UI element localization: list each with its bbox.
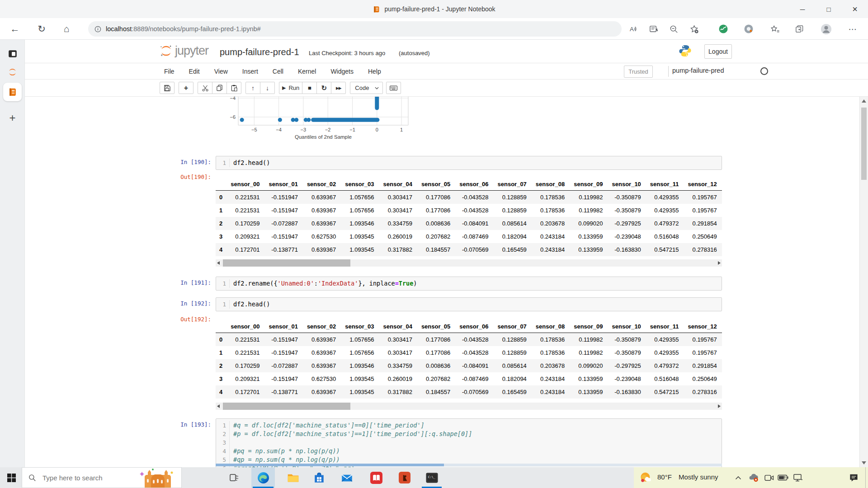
maximize-button[interactable]: □	[818, 0, 839, 18]
plus-icon: +	[184, 84, 188, 92]
chevron-down-icon	[375, 87, 379, 89]
scroll-up-arrow-icon[interactable]	[862, 99, 866, 103]
menu-view[interactable]: View	[207, 63, 235, 80]
profile-app-icon	[399, 472, 410, 483]
tab-actions-button[interactable]	[0, 49, 25, 59]
trusted-badge[interactable]: Trusted	[624, 66, 653, 78]
menu-cell[interactable]: Cell	[265, 63, 291, 80]
taskbar-mail-button[interactable]	[336, 467, 357, 488]
code-input-area[interactable]: 123456 #q = df.loc[df2['machine_status']…	[216, 418, 722, 467]
menu-edit[interactable]: Edit	[182, 63, 207, 80]
scrollbar-thumb[interactable]	[223, 259, 350, 267]
scroll-down-arrow-icon[interactable]	[862, 461, 866, 465]
start-button[interactable]	[1, 467, 22, 488]
favorites-button[interactable]	[767, 18, 783, 40]
code-input-area[interactable]: 1 df2.rename({'Unamed:0':'IndexData'}, i…	[216, 277, 722, 291]
menu-widgets[interactable]: Widgets	[323, 63, 361, 80]
taskbar-store-button[interactable]	[309, 467, 330, 488]
copy-icon	[216, 84, 223, 91]
code-cell-193: In [193]: 123456 #q = df.loc[df2['machin…	[178, 418, 722, 467]
menu-file[interactable]: File	[157, 63, 182, 80]
code-input-area[interactable]: 1 df2.head()	[216, 297, 722, 311]
action-center-button[interactable]	[844, 467, 863, 488]
move-cell-down-button[interactable]: ↓	[260, 82, 275, 94]
collections-button[interactable]	[792, 18, 807, 40]
scrollbar-thumb[interactable]	[216, 464, 444, 466]
svg-text:Quantiles of 2nd Sample: Quantiles of 2nd Sample	[295, 134, 352, 140]
close-button[interactable]: ×	[844, 0, 865, 18]
jupyter-logo[interactable]: jupyter	[159, 44, 208, 58]
browser-menu-button[interactable]: ⋯	[845, 18, 860, 40]
extension-icon-green[interactable]	[716, 18, 731, 40]
read-aloud-button[interactable]: A	[626, 18, 641, 40]
paste-cell-button[interactable]	[226, 82, 241, 94]
cell-type-dropdown[interactable]: Code	[350, 82, 383, 94]
run-button[interactable]: ▶Run	[279, 82, 302, 94]
page-vertical-scrollbar[interactable]	[859, 97, 868, 467]
search-input[interactable]	[42, 474, 138, 482]
jupyter-tab-icon[interactable]	[0, 67, 25, 77]
taskbar-search[interactable]	[22, 467, 182, 488]
battery-icon[interactable]	[775, 467, 791, 488]
taskbar-terminal-button[interactable]: C:\_	[421, 467, 442, 488]
scroll-right-arrow-icon[interactable]	[718, 404, 721, 408]
task-view-button[interactable]	[223, 467, 244, 488]
scrollbar-thumb[interactable]	[861, 108, 867, 180]
save-button[interactable]	[160, 82, 175, 94]
line-number-gutter: 123456	[216, 421, 230, 467]
copy-cell-button[interactable]	[212, 82, 227, 94]
show-desktop-button[interactable]	[866, 467, 868, 488]
back-icon: ←	[10, 23, 20, 34]
menu-help[interactable]: Help	[361, 63, 388, 80]
home-button[interactable]: ⌂	[58, 18, 75, 40]
profile-avatar[interactable]	[818, 18, 834, 40]
minimize-button[interactable]: ─	[792, 0, 813, 18]
dataframe-output: sensor_00sensor_01sensor_02sensor_03sens…	[216, 178, 722, 256]
new-tab-button[interactable]: +	[0, 112, 25, 124]
taskbar-edge-button[interactable]	[251, 467, 275, 488]
notebook-favicon-icon	[8, 87, 17, 97]
refresh-button[interactable]: ↻	[33, 18, 50, 40]
menu-insert[interactable]: Insert	[235, 63, 265, 80]
site-info-icon[interactable]	[94, 26, 101, 33]
add-favorite-button[interactable]	[686, 18, 702, 40]
address-bar[interactable]: localhost:8889/notebooks/pump-failure-pr…	[88, 21, 622, 37]
weather-temp[interactable]: 80°F	[657, 473, 672, 481]
scroll-right-arrow-icon[interactable]	[718, 261, 721, 265]
code-input-area[interactable]: 1 df2.head()	[216, 156, 722, 170]
input-prompt: In [190]:	[178, 156, 216, 170]
notebook-container: −4−6−5−4−3−2−101Quantiles of 2nd Sample …	[178, 97, 722, 467]
browser-titlebar: pump-failure-pred-1 - Jupyter Notebook ─…	[0, 0, 868, 18]
taskbar-books-button[interactable]	[366, 467, 387, 488]
onedrive-status-icon[interactable]	[746, 467, 761, 488]
extension-icon-2[interactable]	[741, 18, 756, 40]
interrupt-kernel-button[interactable]: ■	[302, 82, 317, 94]
weather-widget[interactable]	[637, 467, 654, 488]
weather-desc[interactable]: Mostly sunny	[679, 473, 718, 481]
move-cell-up-button[interactable]: ↑	[245, 82, 260, 94]
menu-kernel[interactable]: Kernel	[291, 63, 323, 80]
network-icon[interactable]	[790, 467, 806, 488]
table-horizontal-scrollbar[interactable]	[216, 259, 722, 267]
back-button[interactable]: ←	[7, 18, 23, 40]
active-tab-notebook[interactable]	[3, 83, 22, 101]
add-cell-button[interactable]: +	[179, 82, 193, 94]
taskbar-file-explorer-button[interactable]	[283, 467, 303, 488]
scrollbar-thumb[interactable]	[223, 403, 350, 410]
meet-now-icon[interactable]	[762, 467, 776, 488]
restart-run-all-button[interactable]: ▶▶	[331, 82, 346, 94]
command-palette-button[interactable]	[386, 82, 401, 94]
logout-button[interactable]: Logout	[704, 44, 732, 59]
restart-kernel-button[interactable]: ↻	[316, 82, 331, 94]
taskbar-profile-app-button[interactable]	[394, 467, 415, 488]
tray-chevron-button[interactable]	[731, 467, 745, 488]
table-horizontal-scrollbar[interactable]	[216, 403, 722, 410]
scroll-left-arrow-icon[interactable]	[217, 261, 220, 265]
cell-horizontal-scrollbar[interactable]	[216, 464, 722, 466]
scroll-left-arrow-icon[interactable]	[217, 404, 220, 408]
zoom-out-icon[interactable]	[666, 18, 681, 40]
notebook-title[interactable]: pump-failure-pred-1	[220, 47, 299, 57]
immersive-reader-button[interactable]	[646, 18, 661, 40]
kernel-separator	[668, 66, 669, 77]
cut-cell-button[interactable]	[198, 82, 212, 94]
